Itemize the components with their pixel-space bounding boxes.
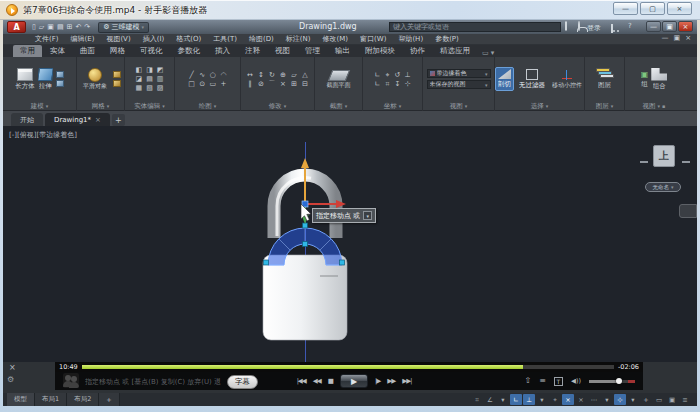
- ribbon-display-toggle[interactable]: ▭ ▾: [482, 49, 494, 57]
- workspace-switcher[interactable]: ⚙ 三维建模 ▾: [98, 22, 149, 33]
- next-button[interactable]: ▶▶|: [402, 377, 411, 385]
- modify-tool-icon[interactable]: △: [302, 71, 307, 79]
- fast-forward-button[interactable]: ▶▶: [387, 377, 395, 385]
- subtitle-button[interactable]: 字幕: [227, 375, 258, 389]
- new-icon[interactable]: ▯: [32, 21, 36, 33]
- status-icon[interactable]: ⊹: [614, 394, 626, 405]
- smooth-object-button[interactable]: 平滑对象: [80, 68, 110, 90]
- volume-dot[interactable]: [616, 378, 622, 384]
- status-icon[interactable]: ∟: [510, 394, 522, 405]
- draw-tool-icon[interactable]: +: [221, 80, 227, 88]
- status-icon[interactable]: ×: [575, 394, 587, 405]
- maximize-button[interactable]: ▢: [640, 2, 665, 15]
- layer-properties-button[interactable]: 图层: [596, 68, 614, 90]
- menu-item[interactable]: 修改(M): [316, 34, 354, 44]
- navigation-bar[interactable]: [679, 204, 697, 218]
- new-drawing-tab-button[interactable]: +: [112, 114, 125, 126]
- status-icon[interactable]: ∠: [484, 394, 496, 405]
- seek-track[interactable]: [82, 365, 614, 369]
- panel-label-draw[interactable]: 绘图▾: [175, 101, 240, 111]
- modify-tool-icon[interactable]: ↻: [269, 71, 275, 79]
- signin-label[interactable]: 登录: [587, 23, 601, 33]
- viewcube-ucs-dropdown[interactable]: 无命名▾: [645, 182, 681, 192]
- panel-label-groups[interactable]: 视图▾▪: [625, 101, 683, 111]
- ribbon-tab[interactable]: 精选应用: [433, 45, 477, 57]
- modify-tool-icon[interactable]: ×: [280, 80, 286, 88]
- ribbon-tab[interactable]: 插入: [208, 45, 237, 57]
- modify-tool-icon[interactable]: ⊞: [291, 80, 297, 88]
- solid-edit-icon[interactable]: ◨: [146, 66, 153, 74]
- solid-edit-icon[interactable]: ◩: [157, 66, 164, 74]
- status-icon[interactable]: ⌗: [471, 394, 483, 405]
- panel-label-view[interactable]: 视图▾: [423, 101, 494, 111]
- search-binoculars-icon[interactable]: [565, 22, 567, 30]
- menu-item[interactable]: 工具(T): [207, 34, 243, 44]
- panel-label-selection[interactable]: 选择▾: [495, 101, 584, 111]
- solid-edit-icon[interactable]: ▧: [146, 84, 153, 92]
- subtitle-panel-icon[interactable]: T: [554, 377, 563, 386]
- volume-slider[interactable]: [589, 380, 635, 383]
- ucs-tool-icon[interactable]: ⊥: [405, 71, 411, 79]
- modeling-mini-buttons[interactable]: [56, 71, 64, 87]
- panel-label-section[interactable]: 截面▾: [315, 101, 362, 111]
- menu-item[interactable]: 文件(F): [29, 34, 65, 44]
- layout-tab[interactable]: 布局1: [35, 393, 67, 406]
- open-icon[interactable]: ▱: [39, 21, 44, 33]
- share-icon[interactable]: ⇧: [525, 376, 532, 386]
- signin-person-icon[interactable]: [578, 22, 580, 30]
- modify-tool-icon[interactable]: ↕: [258, 71, 264, 79]
- ribbon-tab[interactable]: 协作: [403, 45, 432, 57]
- draw-tool-icon[interactable]: ╱: [189, 71, 193, 79]
- status-icon[interactable]: ▣: [666, 394, 678, 405]
- extrude-button[interactable]: 拉伸: [38, 68, 53, 91]
- acad-close-button[interactable]: ×: [678, 21, 693, 32]
- doc-restore-button[interactable]: ▣: [674, 34, 681, 42]
- rewind-button[interactable]: ◀◀: [313, 377, 321, 385]
- status-icon[interactable]: ×: [562, 394, 574, 405]
- file-tab-drawing[interactable]: Drawing1* ×: [45, 113, 110, 126]
- save-icon[interactable]: ▣: [47, 21, 54, 33]
- ribbon-tab[interactable]: 输出: [328, 45, 357, 57]
- play-button[interactable]: ▶: [340, 374, 368, 388]
- drawing-canvas[interactable]: [-][俯视][带边缘着色]: [3, 126, 697, 362]
- named-view-dropdown[interactable]: 未保存的视图 ▾: [427, 80, 491, 89]
- panel-label-modify[interactable]: 修改▾: [241, 101, 314, 111]
- close-button[interactable]: ×: [667, 2, 692, 15]
- ucs-tool-icon[interactable]: ∟: [374, 71, 380, 79]
- frame-step-button[interactable]: |▶: [375, 377, 380, 385]
- modify-tool-icon[interactable]: ▱: [291, 71, 296, 79]
- modify-tool-icon[interactable]: ⊘: [258, 80, 264, 88]
- menu-item[interactable]: 插入(I): [137, 34, 171, 44]
- solid-edit-icon[interactable]: ▥: [157, 75, 164, 83]
- doc-close-button[interactable]: ×: [685, 34, 691, 42]
- panel-label-coordinates[interactable]: 坐标▾: [363, 101, 422, 111]
- modify-tool-icon[interactable]: ↔: [247, 71, 253, 79]
- ucs-tool-icon[interactable]: ⌗: [385, 80, 389, 88]
- draw-tool-icon[interactable]: ∿: [199, 71, 205, 79]
- filter-dropdown-button[interactable]: 无过滤器: [517, 68, 547, 91]
- ribbon-tab[interactable]: 实体: [43, 45, 72, 57]
- playlist-icon[interactable]: ≡: [539, 376, 546, 386]
- section-plane-button[interactable]: 截面平面: [324, 70, 354, 89]
- status-icon[interactable]: ▾: [536, 394, 548, 405]
- player-titlebar[interactable]: 第7章06扫掠命令使用.mp4 - 射手影音播放器: [0, 0, 700, 20]
- autocad-app-button[interactable]: A: [7, 21, 26, 33]
- solid-edit-icon[interactable]: ▤: [146, 75, 153, 83]
- ribbon-tab[interactable]: 参数化: [171, 45, 208, 57]
- modify-tool-icon[interactable]: ∥: [248, 80, 252, 88]
- menu-item[interactable]: 窗口(W): [354, 34, 392, 44]
- doc-minimize-button[interactable]: —: [662, 34, 669, 42]
- viewport-controls[interactable]: [-][俯视][带边缘着色]: [9, 130, 77, 140]
- status-icon[interactable]: ⊥: [523, 394, 535, 405]
- gizmo-dropdown-button[interactable]: 移动小控件: [550, 69, 584, 90]
- solid-edit-icon[interactable]: ▨: [157, 84, 164, 92]
- status-icon[interactable]: ⌖: [549, 394, 561, 405]
- minimize-button[interactable]: —: [613, 2, 638, 15]
- ucs-tool-icon[interactable]: ∟: [374, 80, 380, 88]
- saveas-icon[interactable]: ▤: [57, 21, 64, 33]
- slice-button[interactable]: 剖切: [495, 67, 514, 91]
- group-button[interactable]: ▣ 组: [641, 70, 649, 89]
- status-icon[interactable]: ▾: [497, 394, 509, 405]
- ucs-tool-icon[interactable]: ⌖: [385, 71, 389, 79]
- draw-tool-icon[interactable]: ▭: [210, 80, 217, 88]
